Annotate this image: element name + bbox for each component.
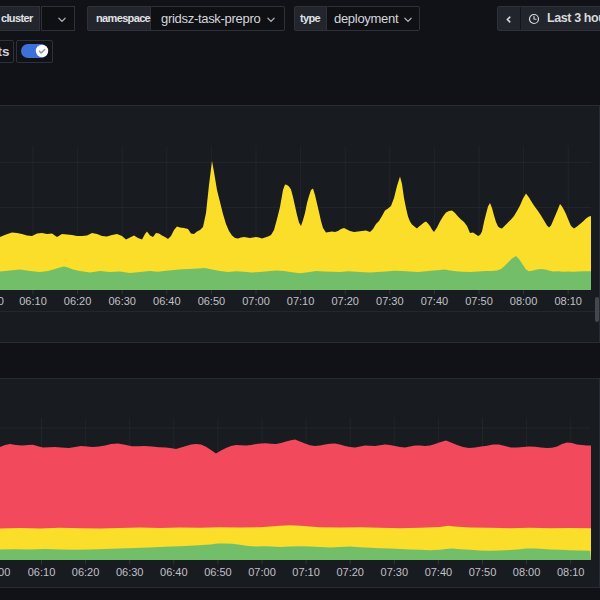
svg-text:07:30: 07:30 — [376, 295, 404, 307]
svg-text:07:40: 07:40 — [425, 566, 453, 578]
svg-text:06:00: 06:00 — [0, 295, 4, 307]
svg-text:08:10: 08:10 — [554, 295, 582, 307]
svg-text:06:20: 06:20 — [64, 295, 92, 307]
svg-text:07:00: 07:00 — [242, 295, 270, 307]
svg-text:07:50: 07:50 — [469, 566, 497, 578]
svg-text:08:00: 08:00 — [513, 566, 541, 578]
svg-text:07:00: 07:00 — [248, 566, 276, 578]
svg-text:06:10: 06:10 — [28, 566, 56, 578]
svg-text:06:30: 06:30 — [108, 295, 136, 307]
svg-text:07:20: 07:20 — [336, 566, 364, 578]
svg-text:07:10: 07:10 — [287, 295, 315, 307]
svg-text:08:00: 08:00 — [510, 295, 538, 307]
svg-text:06:00: 06:00 — [0, 566, 10, 578]
svg-text:06:50: 06:50 — [198, 295, 226, 307]
svg-text:07:10: 07:10 — [292, 566, 320, 578]
svg-text:07:50: 07:50 — [465, 295, 493, 307]
svg-text:07:20: 07:20 — [331, 295, 359, 307]
svg-text:07:40: 07:40 — [421, 295, 449, 307]
svg-text:06:20: 06:20 — [72, 566, 100, 578]
svg-text:06:10: 06:10 — [19, 295, 47, 307]
svg-text:06:30: 06:30 — [116, 566, 144, 578]
svg-text:08:10: 08:10 — [557, 566, 585, 578]
svg-text:06:50: 06:50 — [204, 566, 232, 578]
svg-text:06:40: 06:40 — [160, 566, 188, 578]
svg-text:07:30: 07:30 — [381, 566, 409, 578]
svg-text:06:40: 06:40 — [153, 295, 181, 307]
